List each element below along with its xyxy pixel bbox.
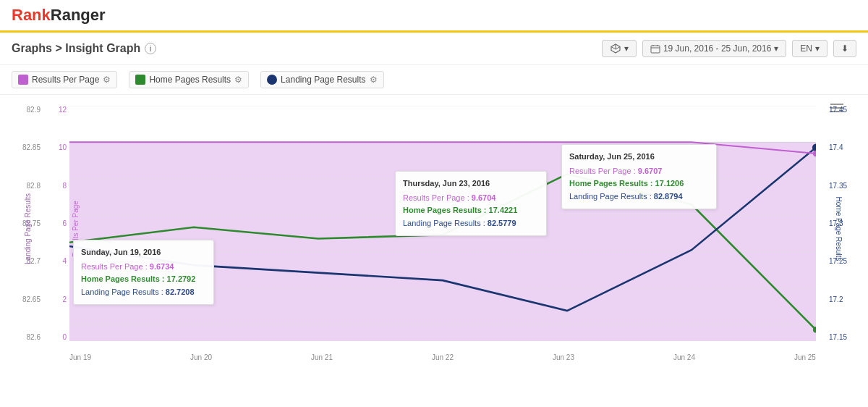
tooltip-jun19-date: Sunday, Jun 19, 2016 bbox=[81, 246, 206, 259]
y-axis-right-label: Home Page Results bbox=[835, 189, 843, 269]
y-mid-3: 6 bbox=[62, 219, 67, 227]
logo-ranger: Ranger bbox=[51, 6, 106, 24]
tooltip-jun19: Sunday, Jun 19, 2016 Results Per Page : … bbox=[73, 240, 214, 305]
calendar-icon bbox=[650, 44, 660, 54]
legend-dot-rpp bbox=[18, 75, 28, 85]
y-left-1: 82.85 bbox=[22, 143, 41, 151]
tooltip-jun25-hpr: Home Pages Results : 17.1206 bbox=[569, 177, 709, 190]
y-right-0: 17.45 bbox=[829, 106, 847, 114]
tooltip-jun23-hpr: Home Pages Results : 17.4221 bbox=[403, 204, 539, 217]
date-range-text: 19 Jun, 2016 - 25 Jun, 2016 bbox=[663, 43, 771, 54]
legend-bar: Results Per Page ⚙ Home Pages Results ⚙ … bbox=[0, 65, 868, 95]
chart-container: 82.9 82.85 82.8 82.75 82.7 82.65 82.6 La… bbox=[12, 95, 856, 363]
toolbar-right: ▾ 19 Jun, 2016 - 25 Jun, 2016 ▾ EN ▾ ⬇ bbox=[602, 40, 856, 57]
tooltip-jun23-date: Thursday, Jun 23, 2016 bbox=[403, 177, 539, 190]
y-mid-1: 10 bbox=[59, 143, 67, 151]
legend-label-rpp: Results Per Page bbox=[32, 75, 99, 85]
graph-selector-arrow: ▾ bbox=[624, 43, 629, 54]
y-axis-left-label: Landing Page Results bbox=[24, 193, 32, 265]
y-axis-middle: 12 10 8 6 4 2 0 bbox=[51, 106, 67, 341]
legend-item-landing-page[interactable]: Landing Page Results ⚙ bbox=[260, 71, 383, 88]
y-mid-2: 8 bbox=[62, 182, 67, 190]
info-icon[interactable]: i bbox=[145, 43, 156, 54]
breadcrumb-text: Graphs > Insight Graph bbox=[12, 42, 140, 55]
y-right-2: 17.35 bbox=[829, 182, 847, 190]
y-left-2: 82.8 bbox=[27, 182, 41, 190]
x-axis: Jun 19 Jun 20 Jun 21 Jun 22 Jun 23 Jun 2… bbox=[69, 353, 816, 361]
legend-label-hpr: Home Pages Results bbox=[149, 75, 231, 85]
tooltip-jun19-rpp: Results Per Page : 9.6734 bbox=[81, 261, 206, 274]
tooltip-jun23-lpr: Landing Page Results : 82.5779 bbox=[403, 217, 539, 230]
svg-rect-3 bbox=[651, 46, 660, 53]
y-right-5: 17.2 bbox=[829, 295, 843, 303]
tooltip-jun25-date: Saturday, Jun 25, 2016 bbox=[569, 151, 709, 164]
download-button[interactable]: ⬇ bbox=[833, 40, 856, 57]
y-axis-right: 17.45 17.4 17.35 17.3 17.25 17.2 17.15 bbox=[829, 106, 856, 341]
x-label-6: Jun 25 bbox=[794, 353, 816, 361]
cube-icon bbox=[610, 43, 621, 54]
logo: RankRanger bbox=[12, 6, 106, 25]
legend-dot-hpr bbox=[135, 75, 145, 85]
legend-dot-lpr bbox=[267, 75, 277, 85]
y-left-5: 82.65 bbox=[22, 295, 41, 303]
tooltip-jun19-lpr: Landing Page Results : 82.7208 bbox=[81, 286, 206, 299]
gear-icon-hpr[interactable]: ⚙ bbox=[234, 75, 242, 85]
svg-line-2 bbox=[616, 47, 620, 50]
legend-label-lpr: Landing Page Results bbox=[281, 75, 365, 85]
tooltip-jun23: Thursday, Jun 23, 2016 Results Per Page … bbox=[395, 171, 547, 236]
y-right-6: 17.15 bbox=[829, 333, 847, 341]
y-mid-5: 2 bbox=[62, 295, 67, 303]
logo-rank: Rank bbox=[12, 6, 51, 24]
x-label-4: Jun 23 bbox=[553, 353, 574, 361]
x-label-0: Jun 19 bbox=[69, 353, 91, 361]
date-range-arrow: ▾ bbox=[774, 43, 778, 54]
legend-item-results-per-page[interactable]: Results Per Page ⚙ bbox=[12, 71, 117, 88]
x-label-2: Jun 21 bbox=[311, 353, 333, 361]
y-mid-6: 0 bbox=[62, 333, 67, 341]
download-icon: ⬇ bbox=[841, 43, 848, 54]
toolbar: Graphs > Insight Graph i ▾ 19 Jun, 2016 … bbox=[0, 33, 868, 65]
gear-icon-rpp[interactable]: ⚙ bbox=[103, 75, 111, 85]
x-label-3: Jun 22 bbox=[432, 353, 454, 361]
tooltip-jun23-rpp: Results Per Page : 9.6704 bbox=[403, 192, 539, 205]
y-right-1: 17.4 bbox=[829, 143, 843, 151]
svg-line-1 bbox=[611, 47, 616, 50]
x-label-1: Jun 20 bbox=[190, 353, 212, 361]
gear-icon-lpr[interactable]: ⚙ bbox=[370, 75, 378, 85]
x-label-5: Jun 24 bbox=[673, 353, 695, 361]
date-range-button[interactable]: 19 Jun, 2016 - 25 Jun, 2016 ▾ bbox=[642, 40, 786, 57]
y-left-6: 82.6 bbox=[27, 333, 41, 341]
tooltip-jun19-hpr: Home Pages Results : 17.2792 bbox=[81, 273, 206, 286]
tooltip-jun25-lpr: Landing Page Results : 82.8794 bbox=[569, 190, 709, 204]
legend-item-home-pages[interactable]: Home Pages Results ⚙ bbox=[129, 71, 249, 88]
header: RankRanger bbox=[0, 0, 868, 33]
language-arrow: ▾ bbox=[815, 43, 820, 54]
graph-selector-button[interactable]: ▾ bbox=[602, 40, 637, 57]
breadcrumb: Graphs > Insight Graph i bbox=[12, 42, 156, 55]
tooltip-jun25: Saturday, Jun 25, 2016 Results Per Page … bbox=[561, 144, 717, 209]
tooltip-jun25-rpp: Results Per Page : 9.6707 bbox=[569, 165, 709, 178]
language-button[interactable]: EN ▾ bbox=[792, 40, 827, 57]
language-text: EN bbox=[800, 43, 812, 54]
y-mid-0: 12 bbox=[59, 106, 67, 114]
y-mid-4: 4 bbox=[62, 257, 67, 265]
y-left-0: 82.9 bbox=[27, 106, 41, 114]
